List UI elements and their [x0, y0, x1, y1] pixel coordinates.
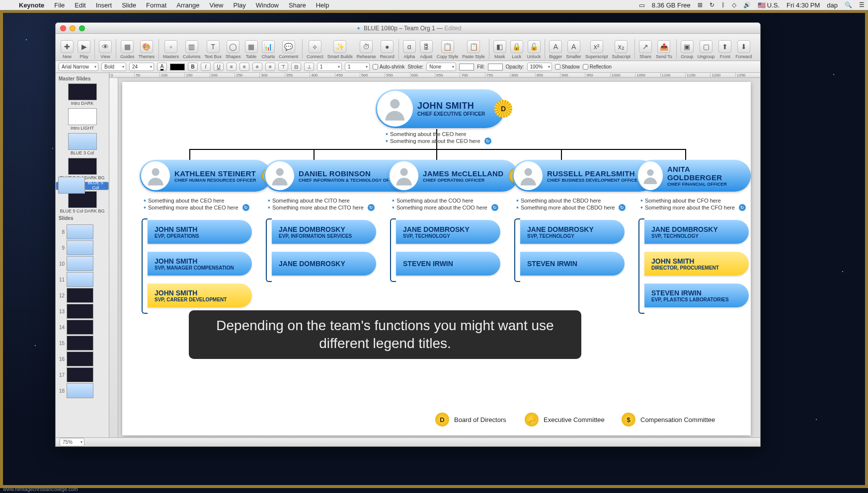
toolbar-forward[interactable]: ⬇Forward — [733, 40, 754, 59]
dept-card[interactable]: JAMES McCLELLANDCHIEF OPERATING OFFICER🔑 — [388, 160, 518, 192]
valign-top-button[interactable]: ⊤ — [278, 63, 288, 71]
menu-help[interactable]: Help — [311, 1, 334, 9]
stroke-color[interactable] — [459, 64, 474, 70]
spacing-select[interactable]: 1 — [345, 63, 370, 71]
sub-card[interactable]: JANE DOMBROSKY — [272, 252, 376, 276]
font-family-select[interactable]: Arial Narrow — [59, 63, 98, 71]
dashboard-icon[interactable]: ⊞ — [694, 1, 706, 8]
slide-navigator[interactable]: Master Slides Intro DARK Intro LIGHT BLU… — [56, 73, 109, 437]
menu-arrange[interactable]: Arrange — [171, 1, 204, 9]
toolbar-charts[interactable]: 📊Charts — [260, 40, 277, 59]
toolbar-connect[interactable]: ⟡Connect — [305, 40, 325, 59]
toolbar-superscript[interactable]: x²Superscript — [583, 40, 610, 59]
sub-card[interactable]: JOHN SMITHSVP, MANAGER COMPENSATION — [148, 252, 252, 276]
reflection-checkbox[interactable]: Reflection — [583, 64, 612, 70]
toolbar-view[interactable]: 👁View — [97, 40, 114, 59]
columns-select[interactable]: 1 — [317, 63, 342, 71]
fill-color[interactable] — [488, 64, 503, 70]
toolbar-subscript[interactable]: x₂Subscript — [610, 40, 632, 59]
slide-thumb[interactable]: 11 — [56, 272, 109, 287]
slide-thumb[interactable]: 16 — [56, 351, 109, 367]
time-machine-icon[interactable]: ↻ — [706, 1, 718, 8]
opacity-select[interactable]: 100% — [527, 63, 552, 71]
sub-card[interactable]: STEVEN IRWIN — [396, 252, 500, 276]
slide-thumb[interactable]: 15 — [56, 335, 109, 351]
window-titlebar[interactable]: 🔹 BLUE 1080p – Team Org 1 — Edited — [56, 23, 760, 34]
align-center-button[interactable]: ≡ — [239, 63, 249, 71]
zoom-button[interactable] — [79, 25, 85, 31]
slide-scrollview[interactable]: JOHN SMITHCHIEF EXECUTIVE OFFICER D •Som… — [118, 78, 760, 437]
minimize-button[interactable] — [70, 25, 76, 31]
menu-edit[interactable]: Edit — [70, 1, 90, 9]
slide-thumb[interactable]: 9 — [56, 240, 109, 256]
dept-card[interactable]: KATHLEEN STEINERTCHIEF HUMAN RESOURCES O… — [140, 160, 271, 192]
menu-share[interactable]: Share — [284, 1, 311, 9]
toolbar-play[interactable]: ▶Play — [76, 40, 92, 59]
bg-color-swatch[interactable] — [170, 64, 185, 70]
menu-slide[interactable]: Slide — [117, 1, 141, 9]
slide-thumb[interactable]: 8 — [56, 224, 109, 240]
toolbar-group[interactable]: ▣Group — [679, 40, 696, 59]
toolbar-new[interactable]: ✚New — [59, 40, 76, 59]
toolbar-unlock[interactable]: 🔓Unlock — [525, 40, 543, 59]
italic-button[interactable]: I — [201, 63, 211, 71]
toolbar-guides[interactable]: ▦Guides — [118, 40, 137, 59]
slide-thumb[interactable]: 14 — [56, 319, 109, 335]
toolbar-comment[interactable]: 💬Comment — [277, 40, 300, 59]
slide-canvas[interactable]: JOHN SMITHCHIEF EXECUTIVE OFFICER D •Som… — [122, 82, 751, 435]
align-right-button[interactable]: ≡ — [252, 63, 262, 71]
toolbar-ungroup[interactable]: ▢Ungroup — [696, 40, 717, 59]
toolbar-rehearse[interactable]: ⏱Rehearse — [355, 40, 378, 59]
slide-thumb[interactable]: 17 — [56, 367, 109, 383]
slide-thumb[interactable]: 18 — [56, 383, 109, 399]
align-justify-button[interactable]: ≡ — [265, 63, 275, 71]
user-menu[interactable]: dap — [823, 1, 841, 9]
toolbar-shapes[interactable]: ◯Shapes — [224, 40, 243, 59]
dept-card[interactable]: ANITA GOLDBERGERCHIEF FINANCIAL OFFICER — [636, 160, 751, 192]
menu-insert[interactable]: Insert — [91, 1, 117, 9]
toolbar-columns[interactable]: ▥Columns — [181, 40, 203, 59]
toolbar-alpha[interactable]: αAlpha — [401, 40, 418, 59]
menu-window[interactable]: Window — [251, 1, 284, 9]
master-slide-selected[interactable]: BLUE 5 Col — [56, 182, 109, 190]
sub-card[interactable]: JOHN SMITHSVP, CAREER DEVELOPMENT — [148, 283, 252, 307]
sub-card[interactable]: STEVEN IRWIN — [520, 252, 625, 276]
horizontal-ruler[interactable]: 0501001502002503003504004505005506006507… — [109, 73, 760, 78]
toolbar-masters[interactable]: ▫Masters — [161, 40, 181, 59]
toolbar-send-to[interactable]: 📤Send To — [654, 40, 674, 59]
app-name[interactable]: Keynote — [14, 1, 49, 9]
zoom-select[interactable]: 75% — [60, 438, 84, 446]
toolbar-adjust[interactable]: 🎛Adjust — [418, 40, 435, 59]
toolbar-front[interactable]: ⬆Front — [716, 40, 733, 59]
vertical-ruler[interactable] — [109, 78, 118, 437]
toolbar-bigger[interactable]: ABigger — [547, 40, 564, 59]
sub-card[interactable]: JOHN SMITHDIRECTOR, PROCUREMENT — [644, 252, 749, 276]
toolbar-smart-builds[interactable]: ✨Smart Builds — [325, 40, 355, 59]
menu-view[interactable]: View — [205, 1, 229, 9]
menu-play[interactable]: Play — [228, 1, 250, 9]
screen-icon[interactable]: ▭ — [635, 1, 648, 9]
toolbar-table[interactable]: ▦Table — [243, 40, 260, 59]
notification-icon[interactable]: ☰ — [856, 1, 868, 8]
slide-thumb[interactable]: 13 — [56, 303, 109, 319]
sub-card[interactable]: STEVEN IRWINEVP, PLASTICS LABORATORIES — [644, 283, 749, 307]
master-slide[interactable]: Intro LIGHT — [56, 107, 109, 132]
valign-middle-button[interactable]: ⊟ — [291, 63, 301, 71]
shadow-checkbox[interactable]: Shadow — [555, 64, 580, 70]
input-locale[interactable]: 🇺🇸U.S. — [754, 1, 783, 9]
sub-card[interactable]: JANE DOMBROSKYSVP, TECHNOLOGY — [520, 220, 625, 244]
clock[interactable]: Fri 4:30 PM — [783, 1, 823, 9]
toolbar-mask[interactable]: ◧Mask — [491, 40, 508, 59]
toolbar-smaller[interactable]: ASmaller — [564, 40, 583, 59]
bluetooth-icon[interactable]: ᛒ — [718, 1, 728, 8]
volume-icon[interactable]: 🔊 — [740, 1, 754, 8]
align-left-button[interactable]: ≡ — [227, 63, 237, 71]
toolbar-share[interactable]: ↗Share — [637, 40, 654, 59]
master-slide[interactable]: Intro DARK — [56, 82, 109, 107]
master-slide[interactable]: BLUE 3 Col — [56, 132, 109, 157]
menu-format[interactable]: Format — [141, 1, 171, 9]
sub-card[interactable]: JANE DOMBROSKYSVP, TECHNOLOGY — [644, 220, 749, 244]
font-weight-select[interactable]: Bold — [101, 63, 126, 71]
toolbar-text-box[interactable]: TText Box — [203, 40, 224, 59]
ceo-card[interactable]: JOHN SMITHCHIEF EXECUTIVE OFFICER D — [376, 89, 505, 128]
